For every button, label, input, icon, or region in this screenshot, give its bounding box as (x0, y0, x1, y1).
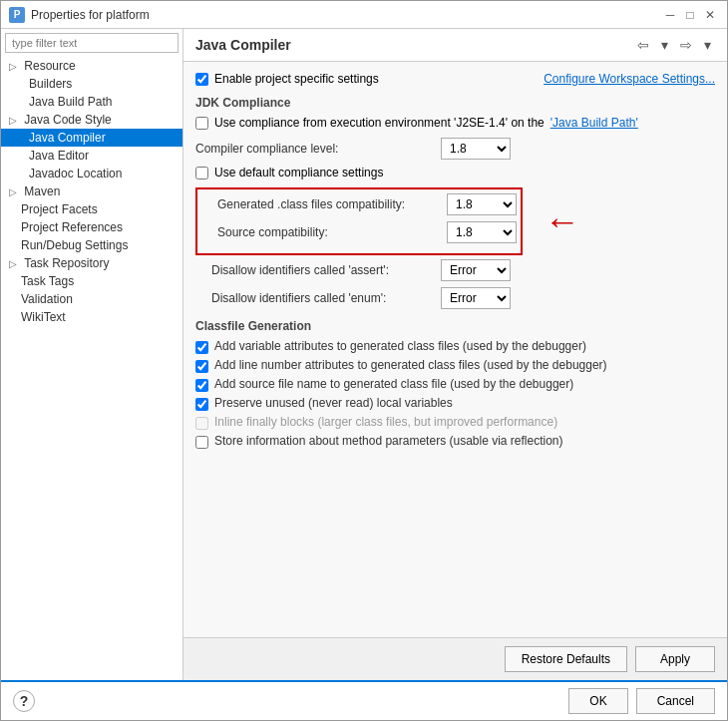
sidebar-item-label: Java Editor (29, 149, 89, 163)
arrow-icon: ▷ (9, 61, 17, 72)
use-compliance-checkbox[interactable] (195, 117, 208, 130)
source-compat-dropdown[interactable]: 1.1 1.2 1.3 1.4 1.5 1.6 1.7 1.8 (447, 221, 517, 243)
panel-title: Java Compiler (195, 37, 291, 53)
panel-content: Enable project specific settings Configu… (183, 62, 727, 637)
disallow-assert-dropdown[interactable]: Error Warning Ignore (441, 259, 511, 281)
sidebar: ▷ Resource Builders Java Build Path ▷ Ja… (1, 29, 183, 680)
sidebar-item-project-facets[interactable]: Project Facets (1, 200, 182, 218)
disallow-assert-row: Disallow identifiers called 'assert': Er… (195, 259, 715, 281)
sidebar-item-javadoc-location[interactable]: Javadoc Location (1, 165, 182, 182)
disallow-assert-label: Disallow identifiers called 'assert': (195, 263, 435, 277)
main-window: P Properties for platform ─ □ ✕ ▷ Resour… (0, 0, 728, 721)
restore-defaults-button[interactable]: Restore Defaults (505, 646, 627, 672)
sidebar-item-builders[interactable]: Builders (1, 75, 182, 93)
cancel-button[interactable]: Cancel (636, 688, 715, 714)
bottom-bar: Restore Defaults Apply (183, 637, 727, 680)
compiler-compliance-dropdown-wrapper: 1.1 1.2 1.3 1.4 1.5 1.6 1.7 1.8 (441, 138, 511, 160)
filter-input[interactable] (5, 33, 179, 53)
title-bar-left: P Properties for platform (9, 7, 150, 23)
classfile-label-3: Preserve unused (never read) local varia… (214, 396, 453, 410)
compiler-compliance-label: Compiler compliance level: (195, 142, 435, 156)
classfile-item-1: Add line number attributes to generated … (195, 358, 715, 373)
classfile-checkbox-1[interactable] (195, 360, 208, 373)
classfile-label-2: Add source file name to generated class … (214, 377, 573, 391)
compiler-compliance-dropdown[interactable]: 1.1 1.2 1.3 1.4 1.5 1.6 1.7 1.8 (441, 138, 511, 160)
apply-button[interactable]: Apply (635, 646, 715, 672)
generated-class-label: Generated .class files compatibility: (201, 197, 441, 211)
sidebar-item-label: Validation (21, 292, 73, 306)
minimize-button[interactable]: ─ (661, 6, 679, 24)
classfile-checkbox-3[interactable] (195, 398, 208, 411)
maximize-button[interactable]: □ (681, 6, 699, 24)
classfile-checkbox-5[interactable] (195, 436, 208, 449)
enable-settings-row: Enable project specific settings Configu… (195, 72, 715, 86)
use-default-compliance-row: Use default compliance settings (195, 166, 715, 180)
classfile-item-2: Add source file name to generated class … (195, 377, 715, 392)
back-button[interactable]: ⇦ (633, 35, 653, 55)
sidebar-item-java-compiler[interactable]: Java Compiler (1, 129, 182, 147)
classfile-checkbox-4[interactable] (195, 417, 208, 430)
sidebar-item-label: Task Tags (21, 274, 74, 288)
ok-button[interactable]: OK (568, 688, 627, 714)
red-arrow-annotation: ← (545, 203, 580, 239)
classfile-label-1: Add line number attributes to generated … (214, 358, 607, 372)
forward-dropdown-button[interactable]: ▾ (700, 35, 715, 55)
sidebar-item-java-code-style[interactable]: ▷ Java Code Style (1, 111, 182, 129)
sidebar-item-java-editor[interactable]: Java Editor (1, 147, 182, 165)
title-bar: P Properties for platform ─ □ ✕ (1, 1, 727, 29)
sidebar-item-resource[interactable]: ▷ Resource (1, 57, 182, 75)
dropdown-button[interactable]: ▾ (657, 35, 672, 55)
sidebar-item-label: Java Code Style (24, 113, 111, 127)
arrow-icon: ▷ (9, 186, 17, 197)
sidebar-item-label: Java Build Path (29, 95, 112, 109)
sidebar-item-project-references[interactable]: Project References (1, 218, 182, 236)
classfile-label-4: Inline finally blocks (larger class file… (214, 415, 557, 429)
panel-header-icons: ⇦ ▾ ⇨ ▾ (633, 35, 715, 55)
sidebar-item-label: Resource (24, 59, 75, 73)
window-title: Properties for platform (31, 8, 150, 22)
jdk-compliance-header: JDK Compliance (195, 96, 715, 110)
sidebar-item-label: Run/Debug Settings (21, 238, 128, 252)
sidebar-item-java-build-path[interactable]: Java Build Path (1, 93, 182, 111)
use-default-compliance-label: Use default compliance settings (214, 166, 383, 180)
dialog-bottom: ? OK Cancel (1, 680, 727, 720)
sidebar-item-task-repository[interactable]: ▷ Task Repository (1, 254, 182, 272)
sidebar-item-label: Maven (24, 184, 60, 198)
classfile-item-0: Add variable attributes to generated cla… (195, 339, 715, 354)
source-compat-label: Source compatibility: (201, 225, 441, 239)
sidebar-item-label: Task Repository (24, 256, 109, 270)
classfile-item-4: Inline finally blocks (larger class file… (195, 415, 715, 430)
disallow-enum-label: Disallow identifiers called 'enum': (195, 291, 435, 305)
configure-workspace-link[interactable]: Configure Workspace Settings... (544, 72, 715, 86)
sidebar-item-wikitext[interactable]: WikiText (1, 308, 182, 326)
sidebar-item-label: Project References (21, 220, 123, 234)
close-button[interactable]: ✕ (701, 6, 719, 24)
sidebar-item-validation[interactable]: Validation (1, 290, 182, 308)
forward-button[interactable]: ⇨ (676, 35, 696, 55)
sidebar-item-maven[interactable]: ▷ Maven (1, 182, 182, 200)
classfile-label-5: Store information about method parameter… (214, 434, 563, 448)
sidebar-item-label: Javadoc Location (29, 167, 122, 180)
help-button[interactable]: ? (13, 690, 35, 712)
generated-class-row: Generated .class files compatibility: 1.… (201, 193, 517, 215)
classfile-checkbox-2[interactable] (195, 379, 208, 392)
classfile-item-5: Store information about method parameter… (195, 434, 715, 449)
sidebar-item-label: Builders (29, 77, 72, 91)
disallow-enum-dropdown[interactable]: Error Warning Ignore (441, 287, 511, 309)
sidebar-item-task-tags[interactable]: Task Tags (1, 272, 182, 290)
sidebar-item-label: Project Facets (21, 202, 98, 216)
main-content: ▷ Resource Builders Java Build Path ▷ Ja… (1, 29, 727, 680)
compiler-compliance-row: Compiler compliance level: 1.1 1.2 1.3 1… (195, 138, 715, 160)
sidebar-tree: ▷ Resource Builders Java Build Path ▷ Ja… (1, 57, 182, 680)
java-build-path-link[interactable]: 'Java Build Path' (550, 116, 638, 130)
classfile-label-0: Add variable attributes to generated cla… (214, 339, 586, 353)
arrow-icon: ▷ (9, 115, 17, 126)
enable-specific-settings-checkbox[interactable] (195, 73, 208, 86)
jdk-compliance-section: JDK Compliance Use compliance from execu… (195, 96, 715, 309)
enable-specific-settings-label: Enable project specific settings (214, 72, 379, 86)
sidebar-item-label: Java Compiler (29, 131, 106, 145)
sidebar-item-run-debug[interactable]: Run/Debug Settings (1, 236, 182, 254)
use-default-compliance-checkbox[interactable] (195, 167, 208, 180)
generated-class-dropdown[interactable]: 1.1 1.2 1.3 1.4 1.5 1.6 1.7 1.8 (447, 193, 517, 215)
classfile-checkbox-0[interactable] (195, 341, 208, 354)
